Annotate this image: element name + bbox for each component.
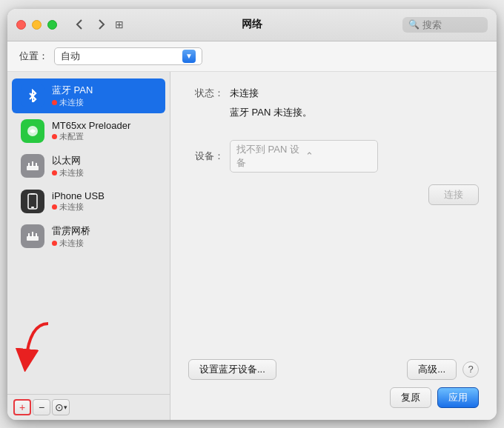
mt65xx-icon [21, 119, 44, 143]
ethernet-status: 未连接 [52, 167, 84, 178]
setup-bluetooth-button[interactable]: 设置蓝牙设备... [188, 359, 276, 380]
sidebar-item-thunderbolt[interactable]: 雷雳网桥 未连接 [12, 219, 165, 254]
status-row: 状态： 未连接 [188, 87, 479, 100]
sidebar: 蓝牙 PAN 未连接 MT65xx Preloader [7, 72, 170, 420]
sidebar-list: 蓝牙 PAN 未连接 MT65xx Preloader [7, 72, 170, 394]
svg-rect-8 [31, 207, 34, 208]
iphone-usb-info: iPhone USB 未连接 [52, 190, 105, 213]
sidebar-item-mt65xx[interactable]: MT65xx Preloader 未配置 [12, 114, 165, 148]
ethernet-info: 以太网 未连接 [52, 154, 84, 178]
status-section: 状态： 未连接 蓝牙 PAN 未连接。 [188, 87, 479, 125]
svg-rect-11 [28, 233, 30, 237]
thunderbolt-icon [21, 224, 44, 248]
detail-panel: 状态： 未连接 蓝牙 PAN 未连接。 设备： 找不到 PAN 设备 ⌃ 连 [170, 72, 497, 420]
ethernet-status-dot [52, 170, 57, 175]
sidebar-item-bluetooth-pan[interactable]: 蓝牙 PAN 未连接 [12, 78, 165, 113]
bluetooth-pan-status: 未连接 [52, 97, 93, 108]
thunderbolt-status-dot [52, 241, 57, 246]
location-bar: 位置： 自动 ▼ [7, 41, 497, 72]
sidebar-item-iphone-usb[interactable]: iPhone USB 未连接 [12, 184, 165, 218]
search-box: 🔍 [402, 17, 488, 33]
window-title: 网络 [242, 18, 262, 31]
thunderbolt-status: 未连接 [52, 238, 90, 249]
location-select[interactable]: 自动 ▼ [54, 47, 202, 65]
advanced-button[interactable]: 高级... [407, 359, 457, 380]
maximize-button[interactable] [47, 20, 57, 30]
bluetooth-pan-status-dot [52, 100, 57, 105]
bluetooth-pan-name: 蓝牙 PAN [52, 84, 93, 97]
bottom-actions-2: 复原 应用 [188, 387, 479, 408]
svg-rect-5 [32, 161, 33, 167]
window: ⊞ 网络 🔍 位置： 自动 ▼ [7, 9, 497, 420]
mt65xx-info: MT65xx Preloader 未配置 [52, 120, 130, 142]
back-button[interactable] [69, 16, 90, 33]
nav-buttons [69, 16, 112, 33]
svg-rect-6 [36, 163, 37, 167]
device-label: 设备： [188, 150, 224, 163]
ethernet-name: 以太网 [52, 154, 84, 167]
device-select-arrow-icon: ⌃ [305, 150, 371, 161]
right-actions-top: 高级... ? [407, 359, 479, 380]
status-description: 蓝牙 PAN 未连接。 [230, 106, 312, 119]
bottom-actions-1: 设置蓝牙设备... 高级... ? [188, 359, 479, 380]
search-icon: 🔍 [408, 19, 420, 30]
traffic-lights [16, 20, 57, 30]
device-select[interactable]: 找不到 PAN 设备 ⌃ [230, 140, 378, 173]
sidebar-item-ethernet[interactable]: 以太网 未连接 [12, 149, 165, 184]
apply-button[interactable]: 应用 [437, 387, 479, 408]
add-button[interactable]: + [13, 399, 31, 415]
iphone-usb-name: iPhone USB [52, 190, 105, 201]
main-content: 蓝牙 PAN 未连接 MT65xx Preloader [7, 72, 497, 420]
device-placeholder: 找不到 PAN 设备 [236, 143, 302, 170]
close-button[interactable] [16, 20, 26, 30]
sidebar-bottom: + − ⊙ ▾ [7, 394, 170, 420]
titlebar: ⊞ 网络 🔍 [7, 9, 497, 41]
device-section: 设备： 找不到 PAN 设备 ⌃ 连接 [188, 140, 479, 205]
status-desc-row: 蓝牙 PAN 未连接。 [230, 106, 479, 119]
mt65xx-status-dot [52, 134, 57, 139]
svg-rect-13 [36, 233, 37, 237]
options-button[interactable]: ⊙ ▾ [52, 399, 70, 415]
left-actions: 设置蓝牙设备... [188, 359, 276, 380]
svg-rect-12 [32, 232, 33, 237]
revert-button[interactable]: 复原 [390, 387, 431, 408]
mt65xx-status: 未配置 [52, 131, 130, 142]
device-row: 设备： 找不到 PAN 设备 ⌃ [188, 140, 479, 173]
bluetooth-pan-info: 蓝牙 PAN 未连接 [52, 84, 93, 108]
thunderbolt-info: 雷雳网桥 未连接 [52, 224, 90, 249]
forward-button[interactable] [91, 16, 112, 33]
svg-rect-4 [28, 163, 30, 167]
ethernet-icon [21, 154, 44, 178]
minimize-button[interactable] [32, 20, 42, 30]
location-value: 自动 [61, 50, 179, 63]
iphone-usb-status-dot [52, 204, 57, 210]
status-value: 未连接 [230, 87, 259, 100]
connect-button[interactable]: 连接 [428, 184, 479, 205]
grid-icon[interactable]: ⊞ [115, 19, 124, 30]
thunderbolt-name: 雷雳网桥 [52, 224, 90, 238]
bluetooth-icon [21, 84, 44, 107]
remove-button[interactable]: − [33, 399, 50, 415]
search-input[interactable] [422, 19, 482, 30]
mt65xx-name: MT65xx Preloader [52, 120, 130, 131]
help-button[interactable]: ? [462, 361, 479, 378]
right-actions-bottom: 复原 应用 [390, 387, 479, 408]
svg-rect-9 [30, 193, 35, 195]
status-label: 状态： [188, 87, 224, 100]
iphone-usb-status: 未连接 [52, 201, 105, 213]
select-arrow-icon: ▼ [182, 50, 196, 63]
iphone-icon [21, 190, 44, 213]
location-label: 位置： [19, 50, 48, 63]
